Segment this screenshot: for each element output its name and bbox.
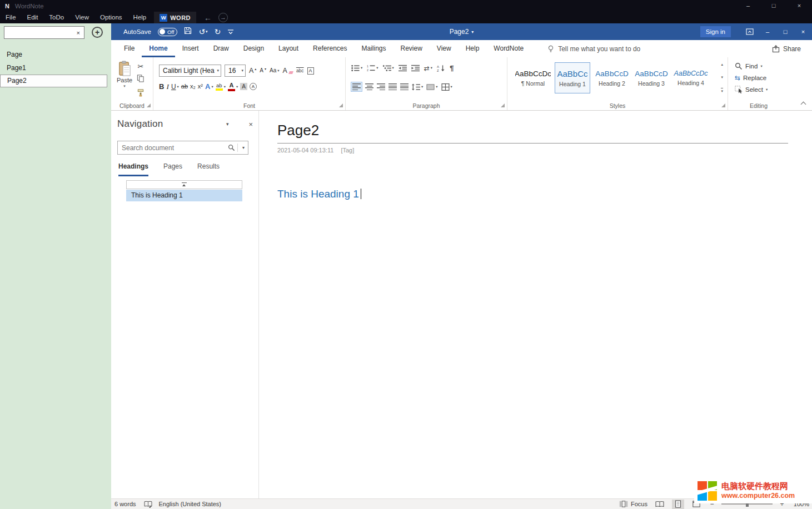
focus-button[interactable]: Focus <box>619 501 647 507</box>
style-heading-1[interactable]: AaBbCc Heading 1 <box>555 62 590 93</box>
read-mode-button[interactable] <box>654 500 666 509</box>
underline-button[interactable]: U▾ <box>171 83 179 90</box>
strikethrough-button[interactable]: ab <box>181 83 188 90</box>
undo-button[interactable]: ↺ ▾ <box>198 28 207 36</box>
shrink-font-button[interactable]: A▾ <box>260 67 266 74</box>
share-button[interactable]: Share <box>772 40 801 57</box>
forward-arrow-icon[interactable]: → <box>218 13 228 22</box>
bullets-button[interactable]: ▾ <box>351 65 362 72</box>
word-close-button[interactable]: × <box>794 23 812 40</box>
clipboard-dialog-launcher[interactable] <box>147 103 151 107</box>
navigation-search-box[interactable]: ▾ <box>117 141 248 155</box>
save-button[interactable] <box>184 27 192 37</box>
replace-button[interactable]: ⇆ Replace <box>735 75 768 81</box>
app-maximize-button[interactable]: □ <box>761 0 786 12</box>
bold-button[interactable]: B <box>159 83 164 90</box>
word-minimize-button[interactable]: – <box>759 23 776 40</box>
highlight-color-button[interactable]: ab ▾ <box>216 83 226 91</box>
app-close-button[interactable]: × <box>786 0 812 12</box>
page-list-item-selected[interactable]: Page2 <box>0 75 107 87</box>
word-count[interactable]: 6 words <box>114 501 136 507</box>
font-dialog-launcher[interactable] <box>339 103 343 107</box>
search-options-dropdown[interactable]: ▾ <box>240 145 248 150</box>
zoom-slider[interactable] <box>721 503 773 505</box>
navigation-close-button[interactable]: × <box>248 120 253 129</box>
proofing-status-button[interactable] <box>144 501 152 508</box>
shading-button[interactable]: ▾ <box>426 83 437 91</box>
tab-file[interactable]: File <box>117 40 142 57</box>
styles-dialog-launcher[interactable] <box>721 103 725 107</box>
sign-in-button[interactable]: Sign in <box>700 26 731 37</box>
select-button[interactable]: Select ▾ <box>735 86 768 93</box>
redo-button[interactable]: ↻ <box>215 28 221 36</box>
find-button[interactable]: Find ▾ <box>735 62 768 70</box>
show-hide-marks-button[interactable]: ¶ <box>450 65 454 72</box>
add-page-button[interactable]: + <box>92 27 103 38</box>
tell-me-box[interactable]: Tell me what you want to do <box>547 40 640 57</box>
superscript-button[interactable]: x² <box>198 83 203 90</box>
style-heading-4[interactable]: AaBbCcDc Heading 4 <box>673 62 709 93</box>
styles-scroll-up-button[interactable]: ▴ <box>721 62 723 67</box>
clear-formatting-button[interactable]: A <box>283 67 293 75</box>
character-shading-button[interactable]: A <box>240 83 247 90</box>
sidebar-search-box[interactable]: × <box>4 26 84 39</box>
word-maximize-button[interactable]: □ <box>776 23 794 40</box>
page-list-item[interactable]: Page1 <box>0 61 111 75</box>
phonetic-guide-button[interactable]: abc <box>296 68 304 73</box>
tab-layout[interactable]: Layout <box>271 40 306 57</box>
document-search-input[interactable] <box>118 144 228 152</box>
menu-todo[interactable]: ToDo <box>43 12 69 23</box>
justify-button[interactable] <box>388 83 397 90</box>
decrease-indent-button[interactable] <box>398 65 407 72</box>
nav-heading-item[interactable]: This is Heading 1 <box>126 190 242 201</box>
tab-insert[interactable]: Insert <box>175 40 206 57</box>
numbering-button[interactable]: 12 ▾ <box>367 65 378 72</box>
paragraph-dialog-launcher[interactable] <box>501 103 505 107</box>
paste-button[interactable]: Paste ▾ <box>116 61 133 88</box>
tab-help[interactable]: Help <box>459 40 487 57</box>
tab-view[interactable]: View <box>430 40 459 57</box>
increase-indent-button[interactable] <box>411 65 420 72</box>
tab-design[interactable]: Design <box>236 40 271 57</box>
multilevel-list-button[interactable]: ▾ <box>383 65 394 72</box>
menu-help[interactable]: Help <box>128 12 152 23</box>
nav-tab-pages[interactable]: Pages <box>163 162 182 176</box>
tab-references[interactable]: References <box>306 40 354 57</box>
change-case-button[interactable]: Aa▾ <box>270 68 280 73</box>
line-spacing-button[interactable]: ▾ <box>412 83 423 91</box>
page-list-item[interactable]: Page <box>0 48 111 61</box>
menu-file[interactable]: File <box>0 12 22 23</box>
ribbon-display-options-button[interactable] <box>741 23 759 40</box>
tab-mailings[interactable]: Mailings <box>354 40 393 57</box>
align-right-button[interactable] <box>377 83 385 90</box>
menu-view[interactable]: View <box>69 12 94 23</box>
sidebar-search-input[interactable] <box>4 29 73 37</box>
customize-quick-access-button[interactable] <box>227 27 234 37</box>
subscript-button[interactable]: x₂ <box>190 83 196 90</box>
more-styles-button[interactable]: ▾ <box>721 88 723 93</box>
document-area[interactable]: Page2 2021-05-04 09:13:11 [Tag] This is … <box>259 111 812 498</box>
style-normal[interactable]: AaBbCcDc ¶ Normal <box>515 62 551 93</box>
navigation-menu-button[interactable]: ▾ <box>226 121 229 127</box>
clear-search-icon[interactable]: × <box>73 29 84 36</box>
align-center-button[interactable] <box>365 83 373 90</box>
align-left-button[interactable] <box>351 82 362 91</box>
borders-button[interactable]: ▾ <box>441 83 452 91</box>
style-heading-3[interactable]: AaBbCcD Heading 3 <box>634 62 669 93</box>
italic-button[interactable]: I <box>166 83 169 91</box>
search-icon[interactable] <box>228 144 235 151</box>
character-border-button[interactable]: A <box>307 67 314 75</box>
menu-options[interactable]: Options <box>94 12 128 23</box>
font-color-button[interactable]: A ▾ <box>228 82 238 91</box>
collapse-headings-bar[interactable] <box>126 180 242 189</box>
sort-button[interactable]: AZ <box>437 65 445 72</box>
nav-tab-results[interactable]: Results <box>197 162 220 176</box>
back-arrow-icon[interactable]: ← <box>204 13 212 22</box>
app-minimize-button[interactable]: – <box>735 0 761 12</box>
autosave-toggle[interactable]: Off <box>158 28 178 36</box>
format-painter-button[interactable] <box>137 89 145 99</box>
print-layout-button[interactable] <box>672 500 684 509</box>
distributed-button[interactable] <box>400 83 409 90</box>
enclose-characters-button[interactable]: A <box>250 83 257 90</box>
font-name-select[interactable]: Calibri Light (Hea ▾ <box>159 65 221 77</box>
